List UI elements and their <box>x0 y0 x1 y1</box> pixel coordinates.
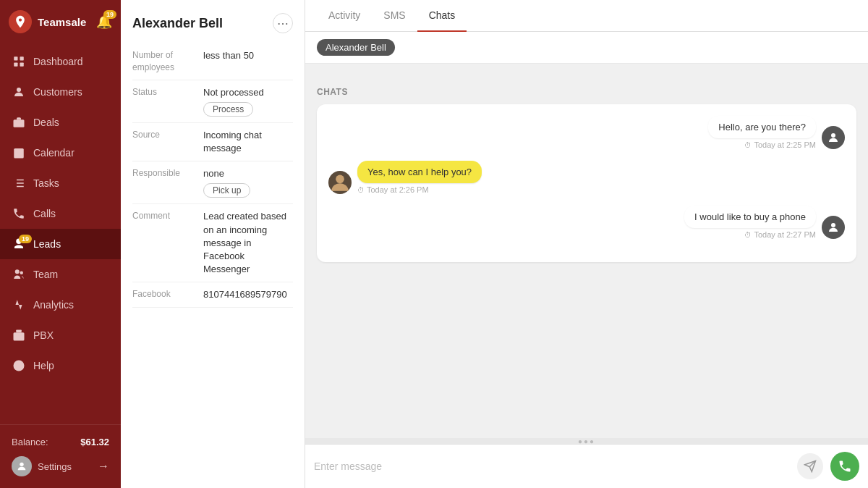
sidebar-item-help[interactable]: Help <box>0 350 121 381</box>
bell-badge: 19 <box>103 10 116 19</box>
tab-activity[interactable]: Activity <box>317 0 372 32</box>
tabs-bar: Activity SMS Chats <box>305 0 868 32</box>
main-content: Alexander Bell ⋯ Number of employees les… <box>121 0 868 488</box>
field-employees: Number of employees less than 50 <box>132 43 293 80</box>
status-value: Not processed <box>203 86 264 99</box>
customers-icon <box>12 85 26 99</box>
help-icon <box>12 358 26 373</box>
balance-label: Balance: <box>12 437 48 447</box>
send-button[interactable] <box>797 453 823 479</box>
svg-point-22 <box>20 463 23 466</box>
sidebar-label-deals: Deals <box>33 117 59 128</box>
svg-rect-5 <box>14 119 25 127</box>
settings-row[interactable]: Settings → <box>9 452 112 481</box>
contact-chip: Alexander Bell <box>317 39 395 56</box>
sidebar-item-calls[interactable]: Calls <box>0 198 121 229</box>
svg-point-25 <box>831 223 835 227</box>
chat-panel: Activity SMS Chats Alexander Bell CHATS <box>305 0 868 488</box>
tab-sms[interactable]: SMS <box>372 0 417 32</box>
svg-point-23 <box>831 133 835 138</box>
sidebar-nav: Dashboard Customers Deals Calendar <box>0 43 121 424</box>
employees-value: less than 50 <box>203 49 254 74</box>
lead-name: Alexander Bell <box>132 16 223 31</box>
chat-content: Alexander Bell CHATS Hello, are yo <box>305 32 868 488</box>
notifications-bell[interactable]: 🔔 19 <box>96 14 112 30</box>
svg-point-18 <box>18 336 20 337</box>
sidebar-label-team: Team <box>33 269 58 280</box>
sidebar: Teamsale 🔔 19 Dashboard Customers Deals <box>0 0 121 488</box>
sidebar-bottom: Balance: $61.32 Settings → <box>0 424 121 488</box>
responsible-value-group: none Pick up <box>203 167 250 198</box>
message-input[interactable] <box>314 453 790 479</box>
remote-avatar-3 <box>822 216 845 239</box>
svg-point-24 <box>336 175 344 184</box>
team-icon <box>12 267 26 282</box>
source-value: Incoming chat message <box>203 129 293 155</box>
status-value-group: Not processed Process <box>203 86 264 117</box>
field-source: Source Incoming chat message <box>132 123 293 161</box>
comment-value: Lead created based on an incoming messag… <box>203 210 293 276</box>
calls-icon <box>12 206 26 221</box>
svg-point-13 <box>15 269 20 274</box>
chat-messages-area[interactable]: CHATS Hello, are you there? ⏱ T <box>305 64 868 438</box>
sidebar-item-team[interactable]: Team <box>0 259 121 290</box>
leads-badge: 19 <box>19 235 32 243</box>
svg-rect-3 <box>20 63 24 67</box>
sidebar-item-pbx[interactable]: PBX <box>0 320 121 350</box>
contact-chip-bar: Alexander Bell <box>305 32 868 64</box>
dashboard-icon <box>12 54 26 69</box>
sidebar-item-leads[interactable]: 19 Leads <box>0 229 121 259</box>
remote-avatar-1 <box>822 126 845 149</box>
time-3: ⏱ Today at 2:27 PM <box>744 230 816 239</box>
resize-handle[interactable]: ●●● <box>305 438 868 444</box>
responsible-label: Responsible <box>132 167 197 198</box>
sidebar-item-deals[interactable]: Deals <box>0 107 121 138</box>
svg-point-17 <box>16 336 17 337</box>
user-avatar-2 <box>328 171 352 194</box>
sidebar-label-calls: Calls <box>33 208 56 219</box>
svg-rect-16 <box>16 330 22 333</box>
field-responsible: Responsible none Pick up <box>132 161 293 204</box>
more-options-button[interactable]: ⋯ <box>273 13 293 33</box>
logout-icon[interactable]: → <box>98 460 109 473</box>
detail-header: Alexander Bell ⋯ <box>121 0 305 43</box>
sidebar-item-tasks[interactable]: Tasks <box>0 168 121 198</box>
sidebar-item-customers[interactable]: Customers <box>0 77 121 107</box>
sidebar-label-tasks: Tasks <box>33 177 59 189</box>
svg-rect-6 <box>14 148 24 159</box>
process-button[interactable]: Process <box>203 102 253 117</box>
bubble-3: I would like to buy a phone <box>684 206 816 228</box>
status-label: Status <box>132 86 197 117</box>
sidebar-item-analytics[interactable]: Analytics <box>0 290 121 320</box>
sidebar-label-analytics: Analytics <box>33 299 74 311</box>
bubble-1: Hello, are you there? <box>708 116 816 138</box>
field-comment: Comment Lead created based on an incomin… <box>132 204 293 282</box>
svg-rect-2 <box>14 63 17 67</box>
tab-chats[interactable]: Chats <box>417 0 467 32</box>
message-wrap-1: Hello, are you there? ⏱ Today at 2:25 PM <box>708 116 816 149</box>
balance-row: Balance: $61.32 <box>9 432 112 452</box>
svg-point-4 <box>17 88 21 92</box>
sidebar-label-customers: Customers <box>33 86 82 98</box>
source-label: Source <box>132 129 197 155</box>
svg-rect-1 <box>20 56 24 60</box>
facebook-label: Facebook <box>132 288 197 301</box>
user-avatar <box>12 456 32 476</box>
sidebar-item-calendar[interactable]: Calendar <box>0 138 121 168</box>
pbx-icon <box>12 328 26 342</box>
employees-label: Number of employees <box>132 49 197 74</box>
sidebar-label-leads: Leads <box>33 238 61 250</box>
settings-label: Settings <box>38 461 72 472</box>
message-wrap-2: Yes, how can I help you? ⏱ Today at 2:26… <box>357 161 482 194</box>
comment-label: Comment <box>132 210 197 276</box>
bubble-2: Yes, how can I help you? <box>357 161 482 183</box>
logo-icon[interactable] <box>9 10 32 33</box>
sidebar-item-dashboard[interactable]: Dashboard <box>0 46 121 77</box>
svg-point-14 <box>20 272 24 275</box>
facebook-value: 8107441689579790 <box>203 288 287 301</box>
detail-panel: Alexander Bell ⋯ Number of employees les… <box>121 0 305 488</box>
time-2: ⏱ Today at 2:26 PM <box>357 185 482 194</box>
pickup-button[interactable]: Pick up <box>203 183 250 198</box>
phone-call-button[interactable] <box>830 452 859 481</box>
responsible-value: none <box>203 167 250 180</box>
